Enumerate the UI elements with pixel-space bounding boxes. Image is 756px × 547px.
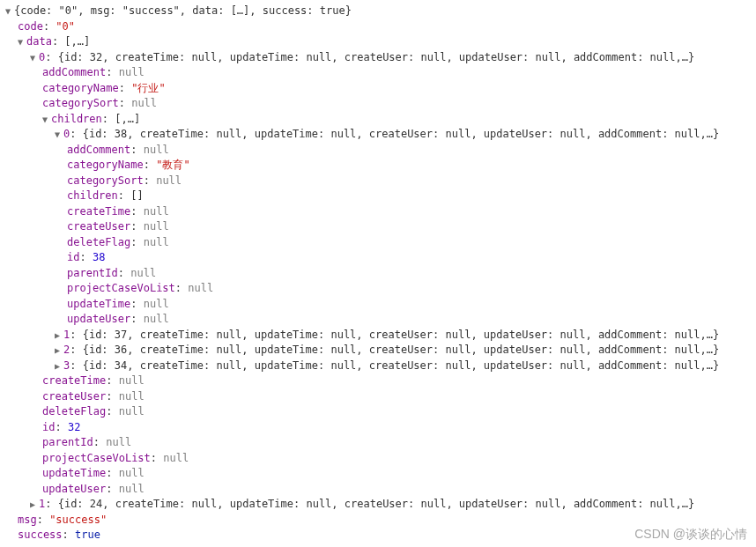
- property-value: null: [119, 405, 145, 418]
- property-key: createTime: [67, 205, 130, 218]
- object-preview: {id: 36, createTime: null, updateTime: n…: [83, 344, 719, 356]
- property-value: null: [163, 452, 189, 464]
- property-value: null: [144, 205, 169, 218]
- property-key: updateUser: [67, 313, 130, 325]
- array-item[interactable]: 0: {id: 32, createTime: null, updateTime…: [5, 50, 751, 66]
- array-item[interactable]: 3: {id: 34, createTime: null, updateTime…: [5, 359, 751, 374]
- object-preview: {code: "0", msg: "success", data: […], s…: [14, 4, 352, 17]
- property-value: "行业": [131, 82, 165, 94]
- toggle-icon[interactable]: [55, 359, 63, 374]
- property-key: createUser: [67, 220, 130, 233]
- property-value: null: [130, 267, 156, 279]
- json-property[interactable]: categoryName: "行业": [5, 81, 751, 97]
- json-property[interactable]: createTime: null: [5, 204, 751, 220]
- json-property[interactable]: projectCaseVoList: null: [5, 281, 751, 297]
- json-property[interactable]: data: [,…]: [5, 34, 751, 50]
- property-value: null: [119, 374, 145, 387]
- property-value: null: [144, 144, 169, 156]
- property-value: null: [119, 467, 145, 479]
- property-value: null: [119, 390, 145, 403]
- object-preview: {id: 32, createTime: null, updateTime: n…: [58, 51, 694, 63]
- toggle-icon[interactable]: [55, 127, 63, 143]
- property-key: children: [67, 189, 118, 202]
- json-property[interactable]: categorySort: null: [5, 96, 751, 112]
- json-property[interactable]: projectCaseVoList: null: [5, 451, 751, 467]
- json-property[interactable]: id: 38: [5, 250, 751, 266]
- json-property[interactable]: createUser: null: [5, 219, 751, 235]
- json-property[interactable]: addComment: null: [5, 65, 751, 81]
- json-property[interactable]: updateTime: null: [5, 297, 751, 313]
- property-key: deleteFlag: [42, 405, 106, 418]
- property-value: null: [156, 174, 182, 187]
- property-key: addComment: [42, 66, 106, 78]
- property-key: updateTime: [42, 467, 106, 479]
- array-item[interactable]: 1: {id: 24, createTime: null, updateTime…: [5, 497, 751, 513]
- array-preview: [,…]: [115, 113, 140, 125]
- property-value: null: [131, 97, 157, 109]
- property-value: 32: [68, 421, 80, 433]
- toggle-icon[interactable]: [5, 4, 14, 19]
- array-item[interactable]: 1: {id: 37, createTime: null, updateTime…: [5, 328, 751, 344]
- json-property[interactable]: code: "0": [5, 19, 751, 35]
- property-key: addComment: [67, 144, 130, 156]
- toggle-icon[interactable]: [18, 34, 26, 50]
- json-property[interactable]: id: 32: [5, 420, 751, 436]
- property-key: parentId: [42, 436, 93, 448]
- property-key: categoryName: [42, 82, 119, 94]
- property-value: null: [119, 66, 145, 78]
- json-property[interactable]: createTime: null: [5, 373, 751, 389]
- array-item[interactable]: 2: {id: 36, createTime: null, updateTime…: [5, 343, 751, 359]
- property-value: []: [130, 189, 143, 202]
- toggle-icon[interactable]: [55, 343, 63, 359]
- object-preview: {id: 34, createTime: null, updateTime: n…: [83, 359, 719, 372]
- json-property[interactable]: parentId: null: [5, 266, 751, 282]
- property-key: success: [18, 529, 63, 541]
- property-key: updateTime: [67, 298, 130, 310]
- toggle-icon[interactable]: [30, 50, 39, 66]
- property-key: categoryName: [67, 159, 144, 171]
- property-value: "0": [56, 20, 75, 33]
- object-preview: {id: 38, createTime: null, updateTime: n…: [83, 128, 719, 140]
- property-key: categorySort: [67, 174, 144, 187]
- property-key: msg: [18, 514, 37, 526]
- property-key: createUser: [42, 390, 106, 403]
- property-key: deleteFlag: [67, 236, 130, 248]
- json-property[interactable]: success: true: [5, 528, 751, 543]
- json-property[interactable]: updateUser: null: [5, 482, 751, 498]
- json-property[interactable]: categorySort: null: [5, 174, 751, 189]
- array-preview: [,…]: [64, 35, 90, 48]
- array-item[interactable]: 0: {id: 38, createTime: null, updateTime…: [5, 127, 751, 143]
- json-property[interactable]: children: []: [5, 188, 751, 204]
- toggle-icon[interactable]: [42, 112, 51, 128]
- json-property[interactable]: updateUser: null: [5, 312, 751, 328]
- json-property[interactable]: categoryName: "教育": [5, 158, 751, 174]
- json-property[interactable]: msg: "success": [5, 513, 751, 529]
- json-root-line[interactable]: {code: "0", msg: "success", data: […], s…: [5, 4, 751, 19]
- property-value: 38: [93, 251, 105, 263]
- property-value: null: [144, 313, 169, 325]
- property-value: null: [119, 483, 145, 495]
- property-key: createTime: [42, 374, 106, 387]
- property-value: null: [144, 220, 169, 233]
- json-property[interactable]: addComment: null: [5, 143, 751, 159]
- property-value: null: [188, 282, 213, 294]
- property-value: null: [144, 298, 169, 310]
- json-property[interactable]: deleteFlag: null: [5, 404, 751, 420]
- property-key: id: [42, 421, 55, 433]
- property-key: updateUser: [42, 483, 106, 495]
- json-property[interactable]: updateTime: null: [5, 466, 751, 482]
- object-preview: {id: 37, createTime: null, updateTime: n…: [83, 329, 719, 341]
- property-value: null: [144, 236, 169, 248]
- json-property[interactable]: deleteFlag: null: [5, 235, 751, 251]
- property-value: "教育": [156, 159, 189, 171]
- property-value: null: [106, 436, 131, 448]
- object-preview: {id: 24, createTime: null, updateTime: n…: [58, 498, 694, 510]
- toggle-icon[interactable]: [30, 497, 39, 513]
- property-key: id: [67, 251, 79, 263]
- json-property[interactable]: createUser: null: [5, 389, 751, 405]
- property-key: parentId: [67, 267, 118, 279]
- json-property[interactable]: parentId: null: [5, 435, 751, 451]
- property-key: projectCaseVoList: [42, 452, 151, 464]
- json-property[interactable]: children: [,…]: [5, 112, 751, 128]
- toggle-icon[interactable]: [55, 328, 63, 344]
